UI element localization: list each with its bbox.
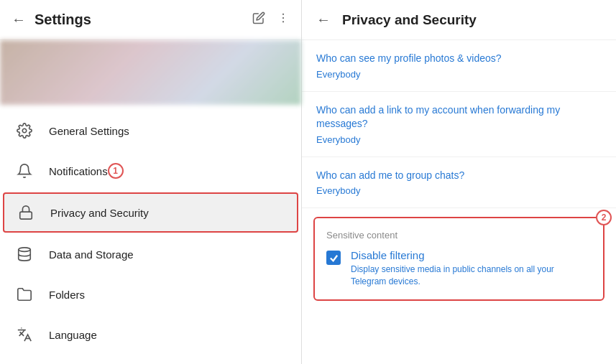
more-icon[interactable] — [277, 11, 290, 28]
disable-filtering-checkbox[interactable] — [326, 251, 341, 265]
svg-point-5 — [19, 248, 31, 252]
bell-icon — [14, 161, 35, 181]
profile-banner — [0, 40, 301, 105]
general-settings-label: General Settings — [49, 125, 129, 137]
group-chats-setting[interactable]: Who can add me to group chats? Everybody — [302, 157, 616, 209]
right-panel: ← Privacy and Security Who can see my pr… — [302, 0, 616, 364]
right-content: Who can see my profile photos & videos? … — [302, 40, 616, 364]
lock-icon — [16, 202, 36, 223]
group-chats-value: Everybody — [316, 185, 602, 196]
forward-link-value: Everybody — [316, 134, 602, 145]
gear-icon — [14, 121, 35, 141]
back-button[interactable]: ← — [12, 11, 26, 28]
folder-icon — [14, 284, 35, 304]
svg-rect-4 — [20, 212, 32, 219]
profile-photos-value: Everybody — [316, 69, 602, 80]
translate-icon — [14, 325, 35, 345]
left-panel: ← Settings General Settings — [0, 0, 302, 364]
svg-point-1 — [282, 17, 284, 19]
sidebar-item-privacy[interactable]: Privacy and Security — [3, 192, 298, 233]
svg-point-0 — [282, 14, 284, 15]
svg-point-2 — [282, 21, 284, 22]
privacy-label: Privacy and Security — [50, 207, 149, 219]
sidebar-item-notifications[interactable]: Notifications 1 — [0, 151, 301, 191]
right-panel-title: Privacy and Security — [342, 12, 477, 28]
forward-link-setting[interactable]: Who can add a link to my account when fo… — [302, 92, 616, 157]
nav-list: General Settings Notifications 1 Privacy… — [0, 105, 301, 364]
disable-filtering-desc: Display sensitive media in public channe… — [351, 263, 592, 288]
settings-title: Settings — [35, 11, 252, 28]
sensitive-badge: 2 — [596, 210, 612, 225]
sensitive-section: 2 Sensitive content Disable filtering Di… — [313, 217, 604, 301]
folders-label: Folders — [49, 289, 85, 301]
right-header: ← Privacy and Security — [302, 0, 616, 40]
profile-photos-setting[interactable]: Who can see my profile photos & videos? … — [302, 40, 616, 92]
database-icon — [14, 244, 35, 264]
sidebar-item-general[interactable]: General Settings — [0, 111, 301, 151]
sidebar-item-language[interactable]: Language — [0, 314, 301, 355]
sidebar-item-folders[interactable]: Folders — [0, 274, 301, 314]
sensitive-text: Disable filtering Display sensitive medi… — [351, 249, 592, 288]
edit-icon[interactable] — [252, 11, 265, 28]
notifications-label: Notifications — [49, 165, 108, 177]
left-header: ← Settings — [0, 0, 301, 40]
header-icons — [252, 11, 290, 28]
disable-filtering-item[interactable]: Disable filtering Display sensitive medi… — [326, 249, 592, 288]
forward-link-question: Who can add a link to my account when fo… — [316, 103, 602, 131]
disable-filtering-label: Disable filtering — [351, 249, 592, 261]
sidebar-item-data[interactable]: Data and Storage — [0, 234, 301, 274]
svg-point-3 — [22, 129, 27, 133]
profile-photos-question: Who can see my profile photos & videos? — [316, 52, 602, 66]
group-chats-question: Who can add me to group chats? — [316, 169, 602, 183]
notifications-badge: 1 — [108, 163, 124, 179]
language-label: Language — [49, 329, 97, 341]
data-storage-label: Data and Storage — [49, 248, 134, 261]
sensitive-title: Sensitive content — [326, 230, 592, 241]
right-back-button[interactable]: ← — [316, 11, 331, 28]
